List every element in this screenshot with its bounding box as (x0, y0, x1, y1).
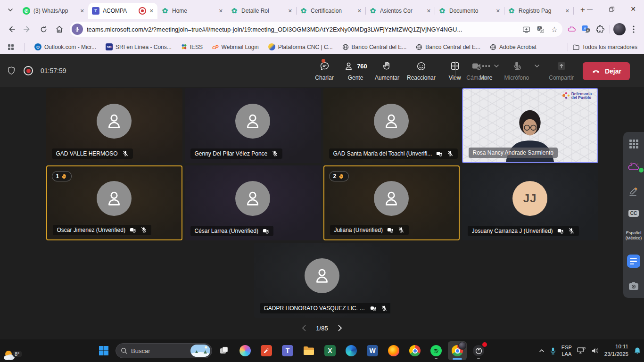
tab-whatsapp[interactable]: ✆ (3) WhatsApp ✕ (19, 3, 88, 19)
volume-icon[interactable] (591, 347, 599, 354)
taskbar-search[interactable]: Buscar (116, 343, 212, 358)
site-mic-permission-icon[interactable] (72, 24, 83, 35)
previous-page-button[interactable] (299, 323, 308, 333)
close-tab-icon[interactable]: ✕ (219, 8, 223, 14)
chrome-active-app[interactable] (448, 341, 467, 360)
bookmark-webmail[interactable]: cP Webmail Login (212, 44, 259, 50)
weather-extension-icon[interactable] (565, 23, 578, 36)
highlighter-icon[interactable] (628, 185, 639, 197)
close-tab-icon[interactable]: ✕ (565, 8, 570, 14)
install-app-icon[interactable] (521, 24, 531, 34)
participant-tile[interactable]: César Larrea (Unverified) (185, 165, 321, 240)
tab-registro-pag[interactable]: ✿ Registro Pag ✕ (504, 3, 573, 19)
close-tab-icon[interactable]: ✕ (357, 8, 362, 14)
avatar (305, 258, 339, 293)
pdf-app[interactable] (257, 341, 276, 360)
spotify-app[interactable] (427, 341, 446, 360)
close-window-button[interactable]: ✕ (622, 0, 644, 18)
keyboard-layout[interactable]: ESPLAA (561, 344, 572, 358)
transcript-button[interactable] (627, 255, 640, 268)
screenshot-camera-icon[interactable] (628, 281, 639, 290)
minimize-button[interactable]: — (579, 0, 601, 18)
start-button[interactable] (94, 341, 113, 360)
tab-asientos[interactable]: ✿ Asientos Cor ✕ (365, 3, 435, 19)
share-button[interactable]: Compartir (546, 60, 576, 81)
bookmark-bce-2[interactable]: Banco Central del E... (416, 44, 480, 50)
firefox-app[interactable] (384, 341, 403, 360)
leave-button[interactable]: Dejar (583, 62, 630, 80)
participant-tile[interactable]: 2 Juliana (Unverified) (323, 165, 460, 240)
tab-search-button[interactable] (4, 3, 17, 16)
participant-tile[interactable]: GAD Santa María del Toachi (Unverifi... (323, 88, 460, 163)
camera-button[interactable]: Cámara (462, 60, 491, 81)
mic-in-use-icon[interactable] (550, 347, 556, 355)
profile-avatar[interactable] (613, 23, 626, 36)
tab-home[interactable]: ✿ Home ✕ (157, 3, 227, 19)
close-tab-icon[interactable]: ✕ (496, 8, 500, 14)
forward-button[interactable] (20, 22, 35, 37)
mic-options-chevron[interactable] (533, 60, 541, 72)
clock[interactable]: 10:1123/1/2025 (604, 343, 628, 358)
bookmark-bce-1[interactable]: Banco Central del E... (342, 44, 407, 50)
participant-tile[interactable]: 1 Oscar Jimenez (Unverified) (46, 165, 182, 240)
participant-tile[interactable]: Genny Del Pilar Vélez Ponce (185, 88, 321, 163)
close-tab-icon[interactable]: ✕ (80, 8, 84, 14)
apps-grid-icon[interactable] (629, 140, 638, 148)
participant-tile[interactable]: GAD VALLE HERMOSO (46, 88, 182, 163)
react-button[interactable]: Reaccionar (405, 60, 438, 81)
restore-button[interactable] (601, 0, 622, 18)
tab-documento[interactable]: ✿ Documento ✕ (435, 3, 504, 19)
close-tab-icon[interactable]: ✕ (288, 8, 292, 14)
bookmark-iess[interactable]: IESS (181, 44, 203, 50)
participant-tile[interactable]: GADPR HONORATO VASQUEZ LIC. VI... (254, 243, 390, 318)
raise-hand-button[interactable]: Aumentar (372, 60, 402, 81)
camera-off-icon (436, 150, 443, 157)
reload-button[interactable] (36, 22, 51, 37)
url-text[interactable]: teams.microsoft.com/v2/?meetingjoin=true… (87, 26, 517, 33)
next-page-button[interactable] (336, 323, 345, 333)
close-tab-icon[interactable]: ✕ (427, 8, 431, 14)
weather-widget[interactable]: 8° (3, 349, 27, 361)
translate-extension-icon[interactable]: A (579, 23, 593, 36)
close-tab-icon[interactable]: ✕ (149, 8, 154, 14)
hidden-icons-chevron[interactable] (539, 348, 545, 354)
all-bookmarks-button[interactable]: Todos los marcadores (573, 44, 637, 50)
excel-app[interactable]: X (321, 341, 339, 360)
bookmark-star-icon[interactable]: ☆ (549, 24, 560, 34)
browser-menu-button[interactable] (627, 23, 640, 36)
mic-button[interactable]: Micrófono (502, 60, 532, 81)
back-button[interactable] (4, 22, 19, 37)
bookmark-acrobat[interactable]: Adobe Acrobat (490, 44, 537, 50)
apps-grid-icon[interactable] (7, 41, 15, 54)
tab-certificacion[interactable]: ✿ Certificacion ✕ (296, 3, 365, 19)
people-button[interactable]: 760 Gente (341, 60, 370, 81)
file-explorer-app[interactable] (299, 341, 318, 360)
address-bar[interactable]: teams.microsoft.com/v2/?meetingjoin=true… (70, 22, 562, 37)
chrome-app[interactable] (405, 341, 424, 360)
globe-icon (416, 44, 422, 50)
teams-app[interactable]: T (278, 341, 297, 360)
home-button[interactable] (52, 22, 67, 37)
notification-bell-icon[interactable] (634, 347, 641, 355)
tab-detalle-rol[interactable]: ✿ Detalle Rol ✕ (227, 3, 296, 19)
copilot-app[interactable] (236, 341, 255, 360)
globe-icon (490, 44, 496, 50)
obs-app[interactable] (469, 341, 488, 360)
bookmark-outlook[interactable]: O Outlook.com - Micr... (34, 43, 96, 50)
chat-button[interactable]: Charlar (310, 60, 339, 81)
camera-options-chevron[interactable] (493, 60, 500, 72)
translate-page-icon[interactable]: A (535, 24, 545, 34)
bookmark-cnc[interactable]: Plataforma CNC | C... (268, 43, 333, 50)
extensions-puzzle-icon[interactable] (594, 23, 607, 36)
tab-label: Asientos Cor (380, 8, 423, 14)
task-view-button[interactable] (215, 341, 233, 360)
participant-tile[interactable]: JJ Josuany Carranza J (Unverified) (462, 165, 598, 240)
tab-teams-acompa[interactable]: T ACOMPA ✕ (88, 3, 157, 19)
bookmark-sri[interactable]: SRI SRI en Línea - Cons... (106, 43, 172, 50)
cloud-recorder-icon[interactable] (627, 162, 640, 172)
word-app[interactable]: W (363, 341, 382, 360)
network-icon[interactable] (577, 347, 586, 354)
participant-tile-video[interactable]: Defensoría del Pueblo Rosa Nancy Andrade… (462, 88, 598, 163)
closed-captions-icon[interactable]: CC (628, 210, 639, 217)
edge-app[interactable] (342, 341, 361, 360)
